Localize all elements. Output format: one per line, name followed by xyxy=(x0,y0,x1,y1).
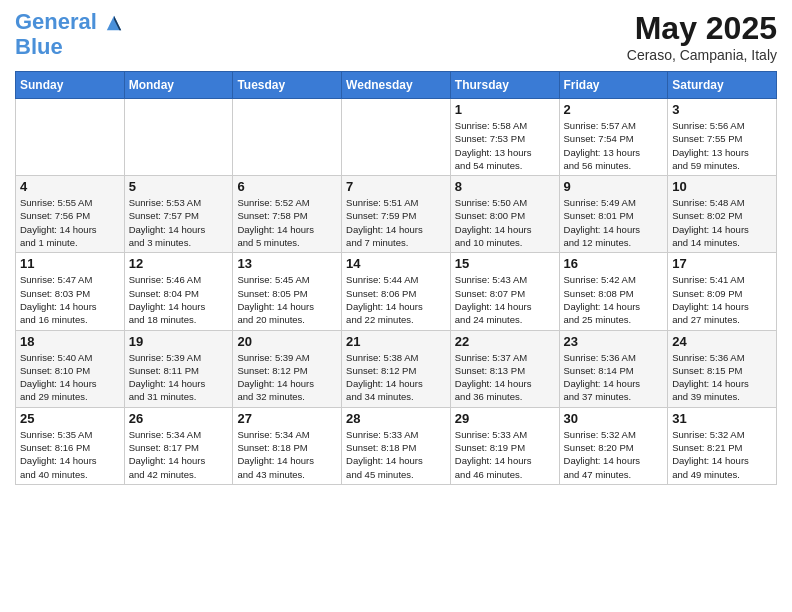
calendar-cell: 25Sunrise: 5:35 AMSunset: 8:16 PMDayligh… xyxy=(16,407,125,484)
day-info: Sunrise: 5:52 AMSunset: 7:58 PMDaylight:… xyxy=(237,196,337,249)
day-number: 30 xyxy=(564,411,664,426)
calendar-header-friday: Friday xyxy=(559,72,668,99)
calendar-cell: 23Sunrise: 5:36 AMSunset: 8:14 PMDayligh… xyxy=(559,330,668,407)
day-number: 6 xyxy=(237,179,337,194)
calendar-cell: 30Sunrise: 5:32 AMSunset: 8:20 PMDayligh… xyxy=(559,407,668,484)
day-number: 18 xyxy=(20,334,120,349)
calendar-header-thursday: Thursday xyxy=(450,72,559,99)
day-info: Sunrise: 5:45 AMSunset: 8:05 PMDaylight:… xyxy=(237,273,337,326)
day-number: 4 xyxy=(20,179,120,194)
day-number: 26 xyxy=(129,411,229,426)
day-number: 10 xyxy=(672,179,772,194)
day-info: Sunrise: 5:33 AMSunset: 8:18 PMDaylight:… xyxy=(346,428,446,481)
day-info: Sunrise: 5:57 AMSunset: 7:54 PMDaylight:… xyxy=(564,119,664,172)
page: General Blue May 2025 Ceraso, Campania, … xyxy=(0,0,792,495)
day-info: Sunrise: 5:34 AMSunset: 8:17 PMDaylight:… xyxy=(129,428,229,481)
logo: General Blue xyxy=(15,10,123,60)
day-number: 8 xyxy=(455,179,555,194)
day-info: Sunrise: 5:48 AMSunset: 8:02 PMDaylight:… xyxy=(672,196,772,249)
calendar-cell: 2Sunrise: 5:57 AMSunset: 7:54 PMDaylight… xyxy=(559,99,668,176)
day-info: Sunrise: 5:36 AMSunset: 8:14 PMDaylight:… xyxy=(564,351,664,404)
calendar-cell: 18Sunrise: 5:40 AMSunset: 8:10 PMDayligh… xyxy=(16,330,125,407)
day-info: Sunrise: 5:43 AMSunset: 8:07 PMDaylight:… xyxy=(455,273,555,326)
day-info: Sunrise: 5:47 AMSunset: 8:03 PMDaylight:… xyxy=(20,273,120,326)
day-info: Sunrise: 5:44 AMSunset: 8:06 PMDaylight:… xyxy=(346,273,446,326)
day-info: Sunrise: 5:40 AMSunset: 8:10 PMDaylight:… xyxy=(20,351,120,404)
day-info: Sunrise: 5:39 AMSunset: 8:12 PMDaylight:… xyxy=(237,351,337,404)
calendar-week-5: 25Sunrise: 5:35 AMSunset: 8:16 PMDayligh… xyxy=(16,407,777,484)
day-number: 11 xyxy=(20,256,120,271)
day-info: Sunrise: 5:55 AMSunset: 7:56 PMDaylight:… xyxy=(20,196,120,249)
day-info: Sunrise: 5:42 AMSunset: 8:08 PMDaylight:… xyxy=(564,273,664,326)
day-info: Sunrise: 5:39 AMSunset: 8:11 PMDaylight:… xyxy=(129,351,229,404)
calendar-cell: 27Sunrise: 5:34 AMSunset: 8:18 PMDayligh… xyxy=(233,407,342,484)
calendar-week-4: 18Sunrise: 5:40 AMSunset: 8:10 PMDayligh… xyxy=(16,330,777,407)
day-info: Sunrise: 5:56 AMSunset: 7:55 PMDaylight:… xyxy=(672,119,772,172)
day-number: 29 xyxy=(455,411,555,426)
calendar-cell: 11Sunrise: 5:47 AMSunset: 8:03 PMDayligh… xyxy=(16,253,125,330)
calendar-header-row: SundayMondayTuesdayWednesdayThursdayFrid… xyxy=(16,72,777,99)
day-number: 17 xyxy=(672,256,772,271)
calendar-cell: 6Sunrise: 5:52 AMSunset: 7:58 PMDaylight… xyxy=(233,176,342,253)
calendar-cell: 19Sunrise: 5:39 AMSunset: 8:11 PMDayligh… xyxy=(124,330,233,407)
calendar-cell: 5Sunrise: 5:53 AMSunset: 7:57 PMDaylight… xyxy=(124,176,233,253)
day-number: 3 xyxy=(672,102,772,117)
subtitle: Ceraso, Campania, Italy xyxy=(627,47,777,63)
calendar-cell: 29Sunrise: 5:33 AMSunset: 8:19 PMDayligh… xyxy=(450,407,559,484)
calendar-cell: 15Sunrise: 5:43 AMSunset: 8:07 PMDayligh… xyxy=(450,253,559,330)
calendar-cell: 4Sunrise: 5:55 AMSunset: 7:56 PMDaylight… xyxy=(16,176,125,253)
day-number: 7 xyxy=(346,179,446,194)
calendar-cell xyxy=(233,99,342,176)
calendar-cell: 3Sunrise: 5:56 AMSunset: 7:55 PMDaylight… xyxy=(668,99,777,176)
calendar-cell: 21Sunrise: 5:38 AMSunset: 8:12 PMDayligh… xyxy=(342,330,451,407)
day-number: 24 xyxy=(672,334,772,349)
day-number: 25 xyxy=(20,411,120,426)
calendar-cell: 22Sunrise: 5:37 AMSunset: 8:13 PMDayligh… xyxy=(450,330,559,407)
calendar-cell: 10Sunrise: 5:48 AMSunset: 8:02 PMDayligh… xyxy=(668,176,777,253)
day-number: 13 xyxy=(237,256,337,271)
day-number: 1 xyxy=(455,102,555,117)
calendar: SundayMondayTuesdayWednesdayThursdayFrid… xyxy=(15,71,777,485)
day-info: Sunrise: 5:46 AMSunset: 8:04 PMDaylight:… xyxy=(129,273,229,326)
month-title: May 2025 xyxy=(627,10,777,47)
header: General Blue May 2025 Ceraso, Campania, … xyxy=(15,10,777,63)
day-number: 27 xyxy=(237,411,337,426)
calendar-cell: 1Sunrise: 5:58 AMSunset: 7:53 PMDaylight… xyxy=(450,99,559,176)
logo-blue: Blue xyxy=(15,34,123,60)
day-number: 20 xyxy=(237,334,337,349)
calendar-cell: 20Sunrise: 5:39 AMSunset: 8:12 PMDayligh… xyxy=(233,330,342,407)
calendar-week-1: 1Sunrise: 5:58 AMSunset: 7:53 PMDaylight… xyxy=(16,99,777,176)
day-info: Sunrise: 5:32 AMSunset: 8:20 PMDaylight:… xyxy=(564,428,664,481)
day-number: 19 xyxy=(129,334,229,349)
calendar-cell xyxy=(16,99,125,176)
calendar-cell: 13Sunrise: 5:45 AMSunset: 8:05 PMDayligh… xyxy=(233,253,342,330)
calendar-cell xyxy=(124,99,233,176)
logo-text: General xyxy=(15,10,123,34)
calendar-cell: 26Sunrise: 5:34 AMSunset: 8:17 PMDayligh… xyxy=(124,407,233,484)
day-number: 22 xyxy=(455,334,555,349)
calendar-cell: 17Sunrise: 5:41 AMSunset: 8:09 PMDayligh… xyxy=(668,253,777,330)
day-number: 5 xyxy=(129,179,229,194)
calendar-header-tuesday: Tuesday xyxy=(233,72,342,99)
calendar-cell: 12Sunrise: 5:46 AMSunset: 8:04 PMDayligh… xyxy=(124,253,233,330)
calendar-week-3: 11Sunrise: 5:47 AMSunset: 8:03 PMDayligh… xyxy=(16,253,777,330)
day-info: Sunrise: 5:58 AMSunset: 7:53 PMDaylight:… xyxy=(455,119,555,172)
day-info: Sunrise: 5:36 AMSunset: 8:15 PMDaylight:… xyxy=(672,351,772,404)
calendar-header-monday: Monday xyxy=(124,72,233,99)
calendar-cell xyxy=(342,99,451,176)
day-number: 12 xyxy=(129,256,229,271)
day-number: 31 xyxy=(672,411,772,426)
day-number: 23 xyxy=(564,334,664,349)
calendar-cell: 24Sunrise: 5:36 AMSunset: 8:15 PMDayligh… xyxy=(668,330,777,407)
title-block: May 2025 Ceraso, Campania, Italy xyxy=(627,10,777,63)
day-number: 2 xyxy=(564,102,664,117)
logo-icon xyxy=(105,14,123,32)
day-info: Sunrise: 5:32 AMSunset: 8:21 PMDaylight:… xyxy=(672,428,772,481)
day-info: Sunrise: 5:51 AMSunset: 7:59 PMDaylight:… xyxy=(346,196,446,249)
day-info: Sunrise: 5:50 AMSunset: 8:00 PMDaylight:… xyxy=(455,196,555,249)
calendar-cell: 28Sunrise: 5:33 AMSunset: 8:18 PMDayligh… xyxy=(342,407,451,484)
day-info: Sunrise: 5:49 AMSunset: 8:01 PMDaylight:… xyxy=(564,196,664,249)
calendar-header-saturday: Saturday xyxy=(668,72,777,99)
day-info: Sunrise: 5:53 AMSunset: 7:57 PMDaylight:… xyxy=(129,196,229,249)
day-info: Sunrise: 5:35 AMSunset: 8:16 PMDaylight:… xyxy=(20,428,120,481)
